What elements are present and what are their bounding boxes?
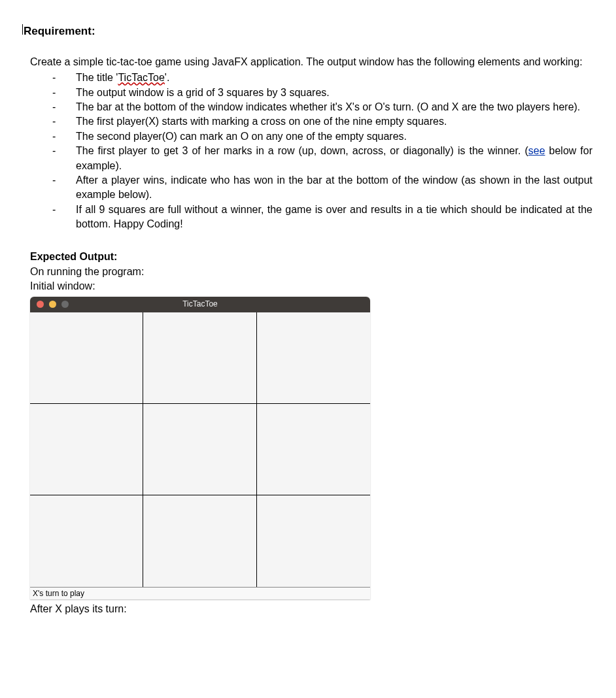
on-running-text: On running the program: — [30, 265, 592, 279]
app-window: TicTacToe X's turn to play — [30, 297, 370, 600]
list-item: - The first player to get 3 of her marks… — [24, 144, 592, 173]
list-item: - If all 9 squares are full without a wi… — [24, 203, 592, 232]
bullet-text-pre: The title ' — [76, 72, 118, 83]
bullet-dash-icon: - — [52, 86, 76, 100]
grid-cell[interactable] — [257, 495, 370, 587]
intro-text: Create a simple tic-tac-toe game using J… — [30, 55, 592, 69]
bullet-text: The output window is a grid of 3 squares… — [76, 86, 592, 100]
list-item: - The second player(O) can mark an O on … — [24, 129, 592, 144]
title-bar: TicTacToe — [30, 297, 370, 312]
text-cursor-icon — [22, 24, 23, 35]
bullet-text: The first player(X) starts with marking … — [76, 114, 592, 129]
bullet-text-pre: The first player to get 3 of her marks i… — [76, 145, 528, 156]
list-item: - After a player wins, indicate who has … — [24, 173, 592, 203]
grid-cell[interactable] — [30, 404, 143, 495]
list-item: - The title 'TicTacToe'. — [24, 71, 592, 85]
grid-cell[interactable] — [30, 495, 143, 587]
expected-output-heading: Expected Output: — [30, 250, 592, 264]
window-title: TicTacToe — [30, 299, 370, 310]
bullet-dash-icon: - — [52, 173, 76, 188]
grid-cell[interactable] — [143, 404, 256, 495]
bullet-text: The second player(O) can mark an O on an… — [76, 129, 592, 144]
grid-cell[interactable] — [30, 312, 143, 404]
bullet-text: After a player wins, indicate who has wo… — [76, 173, 592, 203]
grid-cell[interactable] — [143, 495, 256, 587]
bullet-dash-icon: - — [52, 129, 76, 144]
see-link[interactable]: see — [528, 145, 545, 156]
bullet-text: If all 9 squares are full without a winn… — [76, 203, 592, 232]
bullet-dash-icon: - — [52, 144, 76, 158]
bullet-list: - The title 'TicTacToe'. - The output wi… — [24, 71, 592, 231]
bullet-dash-icon: - — [52, 203, 76, 217]
requirement-heading: Requirement: — [24, 24, 592, 39]
requirement-heading-text: Requirement: — [24, 25, 95, 37]
bullet-text: The bar at the bottom of the window indi… — [76, 100, 592, 114]
bullet-dash-icon: - — [52, 114, 76, 129]
bullet-text-post: '. — [165, 72, 170, 83]
bullet-dash-icon: - — [52, 100, 76, 114]
grid-cell[interactable] — [143, 312, 256, 404]
grid-cell[interactable] — [257, 312, 370, 404]
after-x-text: After X plays its turn: — [30, 602, 592, 616]
initial-window-text: Initial window: — [30, 279, 592, 293]
game-grid — [30, 312, 370, 587]
spellcheck-word: TicTacToe — [118, 72, 164, 83]
list-item: - The bar at the bottom of the window in… — [24, 100, 592, 114]
list-item: - The first player(X) starts with markin… — [24, 114, 592, 129]
status-bar: X's turn to play — [30, 587, 370, 600]
list-item: - The output window is a grid of 3 squar… — [24, 86, 592, 100]
grid-cell[interactable] — [257, 404, 370, 495]
bullet-dash-icon: - — [52, 71, 76, 85]
